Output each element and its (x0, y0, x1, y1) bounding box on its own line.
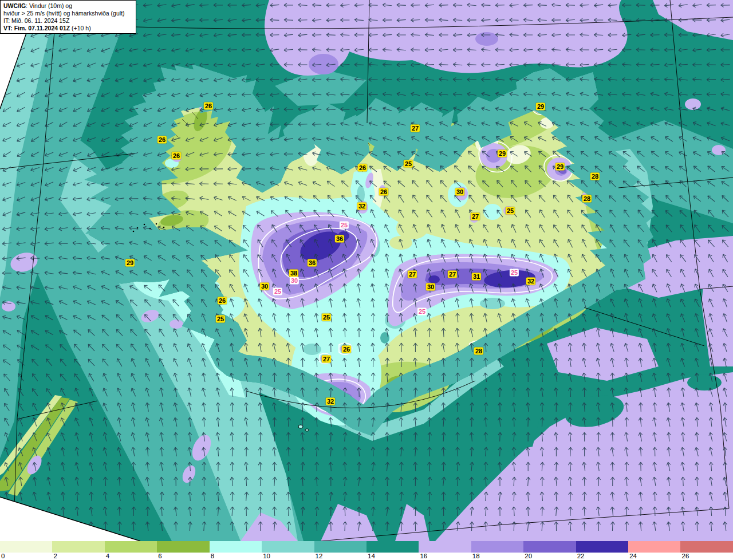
colorbar-segment (210, 541, 262, 553)
colorbar-tick-label: 4 (106, 553, 109, 559)
colorbar-segment (471, 541, 523, 553)
legend-box: UWC/IG: Vindur (10m) og hviður > 25 m/s … (0, 0, 136, 34)
colorbar-tick-label: 8 (211, 553, 214, 559)
colorbar-tick-label: 20 (525, 553, 532, 559)
colorbar-tick-label: 12 (316, 553, 323, 559)
legend-line-1: UWC/IG: Vindur (10m) og (3, 2, 133, 10)
wind-field-map (0, 0, 733, 541)
colorbar-tick-label: 6 (158, 553, 161, 559)
colorbar-segment (419, 541, 471, 553)
legend-line-2: hviður > 25 m/s (hvítt) og hámarkshviða … (3, 10, 133, 17)
colorbar-segment (680, 541, 732, 553)
colorbar-tick-label: 16 (420, 553, 427, 559)
colorbar-tick-label: 24 (629, 553, 637, 559)
colorbar-tick-label: 2 (53, 553, 57, 559)
colorbar-tick-label: 18 (472, 553, 480, 559)
colorbar-segment (523, 541, 576, 553)
colorbar-segment (576, 541, 628, 553)
colorbar-segment (0, 541, 52, 553)
colorbar-segment (105, 541, 157, 553)
legend-line-4: VT: Fim. 07.11.2024 01Z (+10 h) (3, 25, 133, 32)
colorbar-tick-label: 26 (682, 553, 689, 559)
colorbar-segment (314, 541, 366, 553)
colorbar-tick-label: 0 (1, 553, 5, 559)
colorbar-segment (628, 541, 680, 553)
colorbar-ticks: 02468101214161820222426 (0, 553, 733, 560)
colorbar-segment (262, 541, 314, 553)
weather-map: 2629272629262529262830262832252736293638… (0, 0, 733, 541)
colorbar-segment (157, 541, 209, 553)
colorbar-tick-label: 10 (263, 553, 270, 559)
colorbar-tick-label: 14 (368, 553, 375, 559)
colorbar-segment (366, 541, 419, 553)
legend-line-3: IT: Mið. 06. 11. 2024 15Z (3, 17, 133, 25)
colorbar-tick-label: 22 (577, 553, 585, 559)
colorbar-segment (52, 541, 104, 553)
wind-speed-colorbar (0, 541, 733, 553)
